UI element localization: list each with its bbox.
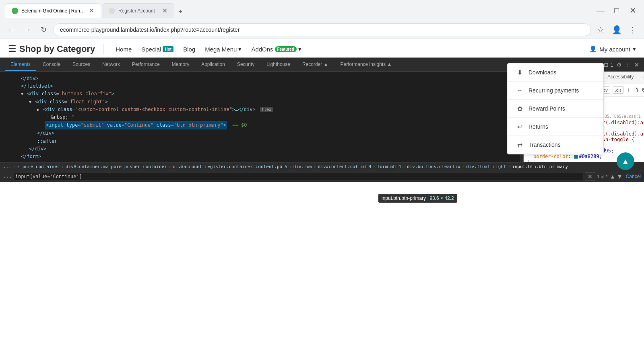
devtools-close-icon[interactable]: ✕ [634,61,639,69]
breadcrumb-float-right[interactable]: div.float-right [466,164,506,169]
devtools-tab-sources[interactable]: Sources [67,58,96,71]
my-account-label: My account [599,46,630,53]
breadcrumb-z-pure[interactable]: z-pure-container [17,164,60,169]
dropdown-downloads[interactable]: ⬇ Downloads [508,64,603,82]
match-count: 1 of 1 [597,174,608,179]
tab-label-1: Selenium Grid Online | Run Sele... [21,8,86,14]
devtools-html-tree: </div> </fieldset> ▼ <div class="buttons… [0,72,520,162]
nav-special[interactable]: Special Hot [141,46,173,53]
browser-tab-1[interactable]: Selenium Grid Online | Run Sele... ✕ [5,3,101,18]
navbar: ☰ Shop by Category Home Special Hot Blog… [0,39,644,60]
tab-favicon-2 [109,8,115,14]
address-bar[interactable] [53,23,591,36]
clear-input-button[interactable]: ✕ [585,172,595,181]
html-line-4[interactable]: ▼ <div class="float-right"> [5,98,515,106]
new-stylesheet-icon[interactable]: 🗋 [633,86,639,94]
dropdown-returns[interactable]: ↩ Returns [508,118,603,136]
element-tooltip: input.btn.btn-primary 93.6 × 42.2 [378,194,457,203]
prev-match-icon[interactable]: ▲ [610,173,615,180]
maximize-button[interactable]: □ [610,4,623,17]
triangle-icon-3[interactable]: ▼ [21,92,23,96]
my-account-link[interactable]: 👤 My account ▾ [589,45,636,53]
devtools-panel-toggle[interactable]: ⊡ 1 [604,62,613,68]
html-line-3[interactable]: ▼ <div class="buttons clearfix"> [5,90,515,98]
html-line-5[interactable]: ▶ <div class="custom-control custom-chec… [5,106,515,113]
html-line-7[interactable]: <input type="submit" value="Continue" cl… [5,121,515,129]
cancel-button[interactable]: Cancel [626,174,641,179]
breadcrumb-buttons[interactable]: div.buttons.clearfix [407,164,460,169]
breadcrumb-container[interactable]: div#container.mz-pure-pusher-container [66,164,167,169]
back-button[interactable]: ← [5,23,18,36]
page-content: ☰ Shop by Category Home Special Hot Blog… [0,39,644,182]
dropdown-recurring[interactable]: ↔ Recurring payments [508,82,603,100]
account-icon: 👤 [589,45,597,53]
dropdown-transactions[interactable]: ⇄ Transactions [508,136,603,154]
scroll-top-icon: ▲ [621,157,630,166]
breadcrumb-form[interactable]: form.mb-4 [377,164,401,169]
devtools-tab-perf-insights[interactable]: Performance insights ▲ [335,58,398,71]
browser-titlebar: Selenium Grid Online | Run Sele... ✕ Reg… [0,0,644,21]
devtools-tab-performance[interactable]: Performance [126,58,165,71]
devtools-tab-application[interactable]: Application [196,58,231,71]
nav-blog[interactable]: Blog [183,46,195,53]
transactions-label: Transactions [528,142,561,148]
breadcrumb-bar: ... › z-pure-container › div#container.m… [0,162,644,171]
browser-tab-2[interactable]: Register Account ✕ [102,3,174,18]
devtools-tab-network[interactable]: Network [97,58,126,71]
browser-tabs: Selenium Grid Online | Run Sele... ✕ Reg… [5,3,186,18]
add-rule-icon[interactable]: + [626,86,630,94]
html-line-8: </div> [5,129,515,137]
devtools-tab-security[interactable]: Security [231,58,260,71]
new-tab-button[interactable]: + [175,6,186,18]
cls-button[interactable]: .cls [613,86,624,94]
triangle-icon-4[interactable]: ▼ [29,100,31,104]
tooltip-selector: input.btn.btn-primary [382,195,426,201]
profile-button[interactable]: 👤 [610,23,623,36]
breadcrumb-row[interactable]: div.row [293,164,312,169]
close-button[interactable]: ✕ [626,4,639,17]
tab-close-2[interactable]: ✕ [162,7,167,14]
hot-badge: Hot [163,46,173,52]
account-arrow: ▾ [633,45,636,53]
html-line-2: </fieldset> [5,82,515,90]
breadcrumb-ellipsis[interactable]: ... [3,164,11,169]
tab-label-2: Register Account [118,8,155,14]
minimize-button[interactable]: — [594,4,607,17]
html-line-6: " &nbsp; " [5,113,515,121]
devtools-more-icon[interactable]: ⋮ [625,62,631,68]
nav-mega-menu[interactable]: Mega Menu ▾ [205,45,242,53]
breadcrumb-sep-7: › [402,164,405,169]
browser-menu-button[interactable]: ⋮ [626,23,639,36]
dropdown-reward[interactable]: ✿ Reward Points [508,100,603,118]
nav-home[interactable]: Home [116,46,132,53]
more-tabs[interactable]: » [638,72,644,84]
next-match-icon[interactable]: ▼ [617,173,623,180]
devtools-tab-memory[interactable]: Memory [166,58,195,71]
breadcrumb-sep-5: › [314,164,316,169]
devtools-tab-lighthouse[interactable]: Lighthouse [261,58,296,71]
devtools-settings-icon[interactable]: ⚙ [617,62,622,68]
devtools-tab-recorder[interactable]: Recorder ▲ [297,58,334,71]
tab-close-1[interactable]: ✕ [89,7,94,14]
reload-button[interactable]: ↻ [37,23,50,36]
breadcrumb-active[interactable]: input.btn.btn-primary [512,164,568,169]
triangle-icon-5[interactable]: ▶ [37,107,39,112]
scroll-top-button[interactable]: ▲ [617,152,634,170]
breadcrumb-sep-6: › [373,164,376,169]
selected-element[interactable]: <input type="submit" value="Continue" cl… [45,121,227,129]
shop-by-category[interactable]: ☰ Shop by Category [8,44,103,54]
breadcrumb-account-register[interactable]: div#account-register.container.content.p… [173,164,287,169]
bookmark-button[interactable]: ☆ [594,23,607,36]
devtools-tab-console[interactable]: Console [37,58,66,71]
devtools-tab-elements[interactable]: Elements [5,58,36,71]
breadcrumb-content[interactable]: div#content.col-md-9 [318,164,371,169]
console-prompt: ... [3,174,12,179]
refresh-icon[interactable]: ↻ [642,87,644,93]
reward-icon: ✿ [516,105,524,113]
forward-button[interactable]: → [21,23,34,36]
html-line-11: </form> [5,153,515,160]
nav-addons[interactable]: AddOns Featured ▾ [251,45,301,53]
devtools-console-input[interactable] [14,173,584,180]
devtools-html-panel: </div> </fieldset> ▼ <div class="buttons… [0,72,523,162]
accessibility-tab[interactable]: Accessibility [603,72,638,84]
